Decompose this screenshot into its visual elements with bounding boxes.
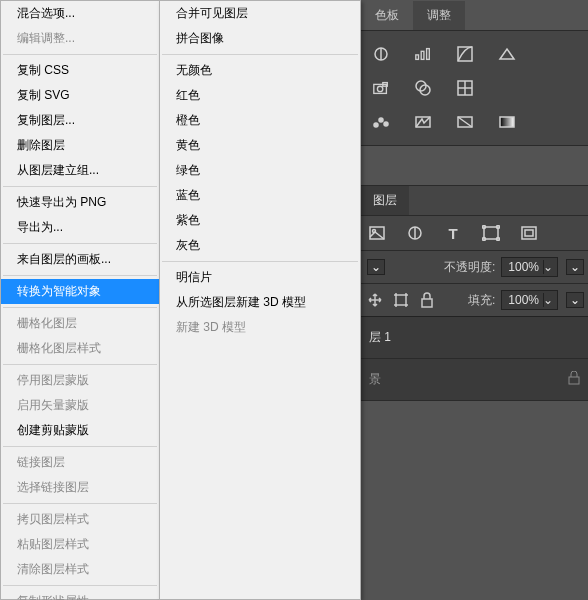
menu-copy-layer-style: 拷贝图层样式 [1, 507, 159, 532]
menu-copy-svg[interactable]: 复制 SVG [1, 83, 159, 108]
menu-create-clipping-mask[interactable]: 创建剪贴蒙版 [1, 418, 159, 443]
adjustment-presets-row3 [365, 105, 584, 139]
filter-type-icon[interactable]: T [443, 224, 463, 242]
menu-rasterize-layer: 栅格化图层 [1, 311, 159, 336]
fill-label: 填充: [468, 292, 495, 309]
tab-swatches[interactable]: 色板 [361, 1, 413, 30]
gradient-map-icon[interactable] [497, 113, 517, 131]
menu-separator [162, 54, 358, 55]
layer-row[interactable]: 层 1 [361, 317, 588, 359]
menu-copy-css[interactable]: 复制 CSS [1, 58, 159, 83]
menu-purple[interactable]: 紫色 [160, 208, 360, 233]
menu-paste-layer-style: 粘贴图层样式 [1, 532, 159, 557]
menu-gray[interactable]: 灰色 [160, 233, 360, 258]
menu-clear-layer-style: 清除图层样式 [1, 557, 159, 582]
fill-slider-toggle[interactable]: ⌄ [566, 292, 584, 308]
posterize-icon[interactable] [371, 113, 391, 131]
adjustment-presets [365, 37, 584, 71]
menu-blending-options[interactable]: 混合选项... [1, 1, 159, 26]
svg-rect-16 [500, 117, 514, 127]
menu-delete-layer[interactable]: 删除图层 [1, 133, 159, 158]
menu-separator [3, 585, 157, 586]
grid-icon[interactable] [455, 79, 475, 97]
context-menu-left[interactable]: 混合选项... 编辑调整... 复制 CSS 复制 SVG 复制图层... 删除… [0, 0, 160, 600]
menu-link-layers: 链接图层 [1, 450, 159, 475]
photo-filter-icon[interactable] [371, 79, 391, 97]
svg-rect-27 [396, 295, 406, 305]
menu-blue[interactable]: 蓝色 [160, 183, 360, 208]
menu-separator [3, 503, 157, 504]
menu-rasterize-style: 栅格化图层样式 [1, 336, 159, 361]
top-panel-tabs: 色板 调整 [361, 0, 588, 30]
menu-enable-vector-mask: 启用矢量蒙版 [1, 393, 159, 418]
menu-group-from-layers[interactable]: 从图层建立组... [1, 158, 159, 183]
filter-adjustment-icon[interactable] [405, 224, 425, 242]
selective-color-icon[interactable] [455, 113, 475, 131]
menu-separator [3, 243, 157, 244]
channel-mixer-icon[interactable] [413, 79, 433, 97]
layer-name: 景 [369, 371, 381, 388]
fill-input[interactable]: 100%⌄ [501, 290, 558, 310]
svg-rect-4 [458, 47, 472, 61]
filter-pixel-icon[interactable] [367, 224, 387, 242]
svg-rect-25 [522, 227, 536, 239]
filter-smart-icon[interactable] [519, 224, 539, 242]
opacity-input[interactable]: 100%⌄ [501, 257, 558, 277]
exposure-icon[interactable] [497, 45, 517, 63]
context-menu-right[interactable]: 合并可见图层 拼合图像 无颜色 红色 橙色 黄色 绿色 蓝色 紫色 灰色 明信片… [159, 0, 361, 600]
curves-icon[interactable] [455, 45, 475, 63]
svg-rect-28 [422, 299, 432, 307]
svg-rect-2 [421, 51, 424, 59]
menu-disable-layer-mask: 停用图层蒙版 [1, 368, 159, 393]
layer-row-background[interactable]: 景 [361, 359, 588, 401]
svg-rect-26 [525, 230, 533, 236]
menu-artboard-from-layers[interactable]: 来自图层的画板... [1, 247, 159, 272]
layer-name: 层 1 [369, 329, 391, 346]
menu-duplicate-layer[interactable]: 复制图层... [1, 108, 159, 133]
brightness-contrast-icon[interactable] [371, 45, 391, 63]
svg-rect-29 [569, 377, 579, 384]
lock-move-icon[interactable] [365, 291, 385, 309]
menu-yellow[interactable]: 黄色 [160, 133, 360, 158]
svg-rect-3 [427, 49, 430, 60]
menu-separator [3, 364, 157, 365]
menu-red[interactable]: 红色 [160, 83, 360, 108]
menu-no-color[interactable]: 无颜色 [160, 58, 360, 83]
adjustments-panel [361, 30, 588, 145]
tab-adjustments[interactable]: 调整 [413, 1, 465, 30]
lock-all-icon[interactable] [417, 291, 437, 309]
levels-icon[interactable] [413, 45, 433, 63]
lock-row: 填充: 100%⌄ ⌄ [361, 283, 588, 316]
opacity-slider-toggle[interactable]: ⌄ [566, 259, 584, 275]
menu-separator [3, 186, 157, 187]
blend-mode-dropdown[interactable]: ⌄ [367, 259, 385, 275]
menu-merge-visible[interactable]: 合并可见图层 [160, 1, 360, 26]
panel-gap [361, 145, 588, 185]
svg-point-13 [384, 122, 388, 126]
menu-quick-export-png[interactable]: 快速导出为 PNG [1, 190, 159, 215]
menu-postcard[interactable]: 明信片 [160, 265, 360, 290]
filter-shape-icon[interactable] [481, 224, 501, 242]
menu-new-3d-model: 新建 3D 模型 [160, 315, 360, 340]
menu-separator [162, 261, 358, 262]
svg-point-12 [379, 118, 383, 122]
menu-green[interactable]: 绿色 [160, 158, 360, 183]
tab-layers[interactable]: 图层 [361, 186, 409, 215]
menu-edit-adjustment: 编辑调整... [1, 26, 159, 51]
layers-panel-tabs: 图层 [361, 185, 588, 215]
menu-convert-smart-object[interactable]: 转换为智能对象 [1, 279, 159, 304]
svg-rect-20 [484, 227, 498, 239]
layers-list: 层 1 景 [361, 316, 588, 401]
menu-separator [3, 275, 157, 276]
menu-copy-shape-attrs: 复制形状属性 [1, 589, 159, 600]
svg-rect-1 [416, 55, 419, 60]
threshold-icon[interactable] [413, 113, 433, 131]
menu-export-as[interactable]: 导出为... [1, 215, 159, 240]
app-panels: 色板 调整 图层 T ⌄ 不透明度: [361, 0, 588, 600]
svg-point-7 [377, 86, 382, 91]
menu-new-3d-from-selection[interactable]: 从所选图层新建 3D 模型 [160, 290, 360, 315]
lock-artboard-icon[interactable] [391, 291, 411, 309]
menu-flatten-image[interactable]: 拼合图像 [160, 26, 360, 51]
menu-separator [3, 307, 157, 308]
menu-orange[interactable]: 橙色 [160, 108, 360, 133]
